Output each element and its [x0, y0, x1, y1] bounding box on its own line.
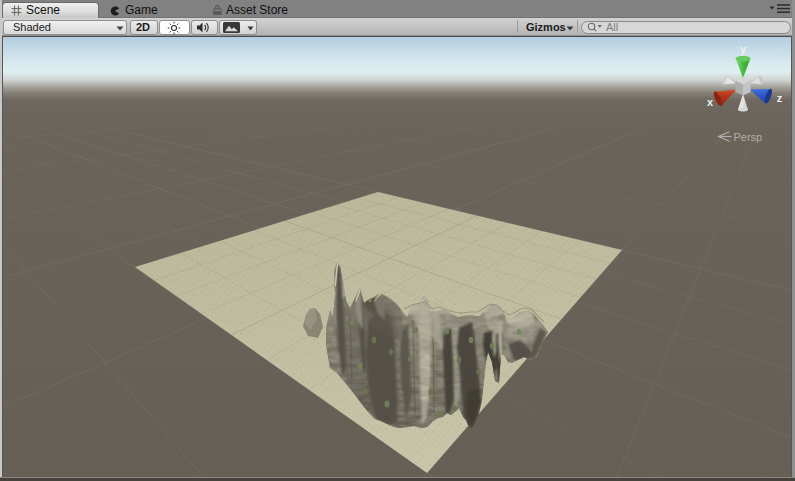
svg-text:Persp: Persp [734, 131, 763, 143]
svg-text:y: y [740, 43, 747, 55]
svg-text:z: z [777, 92, 783, 104]
svg-text:x: x [707, 96, 714, 108]
